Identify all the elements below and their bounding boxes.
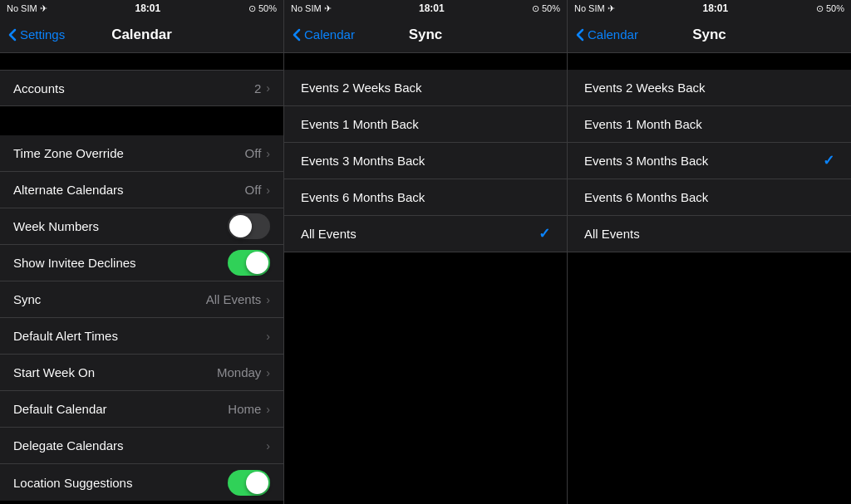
sync-value: All Events [206,292,262,306]
sync-row-6months-right[interactable]: Events 6 Months Back [568,179,851,216]
status-right-mid: ⊙ 50% [532,3,560,14]
chevron-left-icon-right [576,28,584,42]
time-zone-override-value: Off [245,146,262,160]
no-sim-label-mid: No SIM ✈ [291,3,332,14]
battery-label-mid: ⊙ 50% [532,3,560,14]
sync-label: Sync [13,292,206,306]
middle-panel: No SIM ✈ 18:01 ⊙ 50% Calendar Sync Event… [284,0,568,504]
chevron-left-icon [8,28,17,42]
checkmark-icon-mid: ✓ [539,225,550,242]
sync-row-2weeks-mid[interactable]: Events 2 Weeks Back [284,70,567,106]
back-button-settings[interactable]: Settings [8,27,65,42]
left-panel: No SIM ✈ 18:01 ⊙ 50% Settings Calendar A… [0,0,284,504]
sync-row-3months-mid[interactable]: Events 3 Months Back [284,143,567,179]
sync-3months-label-right: Events 3 Months Back [584,154,823,168]
start-week-chevron-icon: › [266,366,270,379]
sync-2weeks-label-mid: Events 2 Weeks Back [301,81,550,95]
scroll-area-mid[interactable]: Events 2 Weeks Back Events 1 Month Back … [284,53,567,504]
sync-row-1month-mid[interactable]: Events 1 Month Back [284,106,567,143]
accounts-label: Accounts [13,81,254,95]
spacer-1 [0,106,283,135]
default-calendar-row[interactable]: Default Calendar Home › [0,391,283,428]
sync-1month-label-mid: Events 1 Month Back [301,117,550,131]
time-zone-chevron-icon: › [266,147,270,160]
nav-bar-middle: Calendar Sync [284,17,567,53]
status-left-right: No SIM ✈ [574,3,615,14]
default-alert-times-row[interactable]: Default Alert Times › [0,318,283,355]
back-label-right: Calendar [588,27,638,42]
chevron-left-icon-mid [293,28,301,42]
sync-row-1month-right[interactable]: Events 1 Month Back [568,106,851,143]
status-right-r: ⊙ 50% [816,3,844,14]
no-sim-label: No SIM ✈ [7,3,47,14]
location-suggestions-label: Location Suggestions [13,476,228,490]
back-button-calendar-mid[interactable]: Calendar [293,27,355,42]
default-alert-chevron-icon: › [266,330,270,343]
sync-2weeks-label-right: Events 2 Weeks Back [584,81,834,95]
sync-allevents-label-right: All Events [584,227,834,241]
scroll-area-right[interactable]: Events 2 Weeks Back Events 1 Month Back … [568,53,851,504]
sync-1month-label-right: Events 1 Month Back [584,117,834,131]
status-time-mid: 18:01 [419,2,445,14]
start-week-on-row[interactable]: Start Week On Monday › [0,355,283,391]
delegate-chevron-icon: › [266,439,270,453]
status-left: No SIM ✈ [7,3,47,14]
spacer-top-right [568,53,851,70]
sync-6months-label-right: Events 6 Months Back [584,190,834,204]
page-title-right: Sync [692,27,726,43]
default-calendar-value: Home [228,402,261,416]
nav-bar-right: Calendar Sync [568,17,851,53]
accounts-badge: 2 [254,81,261,95]
sync-3months-label-mid: Events 3 Months Back [301,154,550,168]
accounts-chevron-icon: › [266,81,270,95]
delegate-calendars-label: Delegate Calendars [13,438,266,453]
toggle-thumb-3 [246,472,268,494]
battery-label: ⊙ 50% [248,3,277,14]
show-invitee-declines-row[interactable]: Show Invitee Declines [0,245,283,281]
no-sim-label-right: No SIM ✈ [574,3,615,14]
battery-label-right: ⊙ 50% [816,3,844,14]
time-zone-override-row[interactable]: Time Zone Override Off › [0,135,283,172]
sync-row-allevents-right[interactable]: All Events [568,216,851,252]
start-week-on-value: Monday [217,365,261,379]
sync-chevron-icon: › [266,293,270,306]
show-invitee-declines-label: Show Invitee Declines [13,256,228,270]
sync-row-6months-mid[interactable]: Events 6 Months Back [284,179,567,216]
default-calendar-chevron-icon: › [266,403,270,416]
alternate-calendars-label: Alternate Calendars [13,183,245,197]
alternate-calendars-row[interactable]: Alternate Calendars Off › [0,172,283,208]
toggle-thumb-2 [246,252,268,274]
page-title-mid: Sync [409,27,443,43]
status-left-mid: No SIM ✈ [291,3,332,14]
scroll-area-left[interactable]: Accounts 2 › Time Zone Override Off › Al… [0,53,283,504]
show-invitee-declines-toggle[interactable] [228,250,270,276]
nav-bar-left: Settings Calendar [0,17,283,53]
week-numbers-toggle[interactable] [228,213,270,239]
back-button-calendar-right[interactable]: Calendar [576,27,638,42]
sync-row-3months-right[interactable]: Events 3 Months Back ✓ [568,143,851,179]
sync-row-2weeks-right[interactable]: Events 2 Weeks Back [568,70,851,106]
delegate-calendars-row[interactable]: Delegate Calendars › [0,428,283,464]
time-zone-override-label: Time Zone Override [13,146,245,160]
sync-list-right: Events 2 Weeks Back Events 1 Month Back … [568,70,851,252]
spacer-top-mid [284,53,567,70]
location-suggestions-toggle[interactable] [228,470,270,496]
alternate-calendars-value: Off [245,183,262,197]
page-title-left: Calendar [111,27,172,43]
status-bar-middle: No SIM ✈ 18:01 ⊙ 50% [284,0,567,17]
status-time-right: 18:01 [702,2,728,14]
spacer-top [0,53,283,70]
default-alert-times-label: Default Alert Times [13,329,266,343]
sync-row[interactable]: Sync All Events › [0,281,283,318]
location-suggestions-row[interactable]: Location Suggestions [0,464,283,501]
toggle-thumb [229,215,252,237]
sync-row-allevents-mid[interactable]: All Events ✓ [284,216,567,252]
right-panel: No SIM ✈ 18:01 ⊙ 50% Calendar Sync Event… [568,0,851,504]
week-numbers-row[interactable]: Week Numbers [0,208,283,245]
default-calendar-label: Default Calendar [13,402,228,416]
sync-allevents-label-mid: All Events [301,227,539,241]
accounts-row[interactable]: Accounts 2 › [0,70,283,106]
alternate-calendars-chevron-icon: › [266,183,270,197]
status-right: ⊙ 50% [248,3,277,14]
sync-list-middle: Events 2 Weeks Back Events 1 Month Back … [284,70,567,252]
